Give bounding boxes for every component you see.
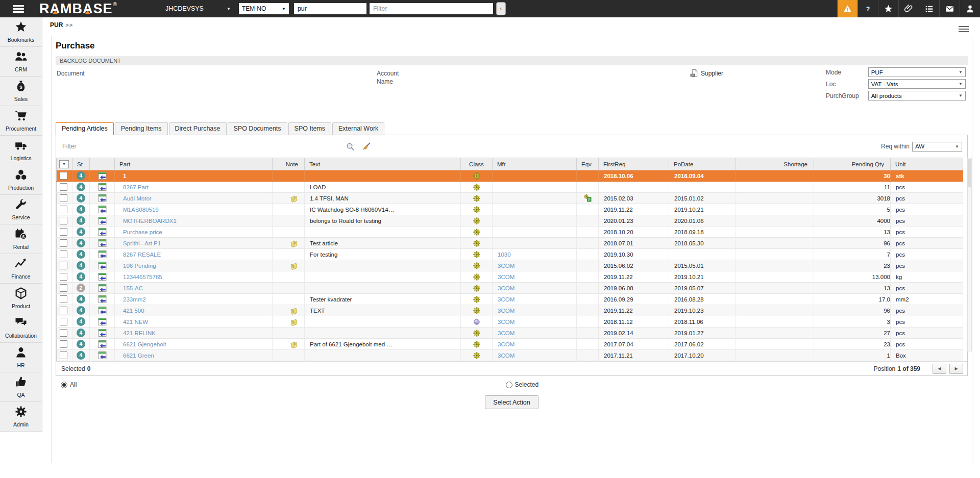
menu-icon[interactable] <box>13 4 24 14</box>
table-row[interactable]: 4Audi Motor1.4 TFSI, MAN2015.02.032015.0… <box>57 193 963 204</box>
table-row[interactable]: 4Sprithi - Art P1Test article2018.07.012… <box>57 238 963 249</box>
note-icon[interactable] <box>273 318 304 326</box>
part-link[interactable]: M1AS080519 <box>115 207 159 213</box>
search-icon[interactable] <box>346 142 355 151</box>
part-document-icon[interactable] <box>90 205 114 214</box>
sidebar-item-production[interactable]: Production <box>0 165 42 195</box>
class-gear-icon[interactable] <box>461 172 492 180</box>
class-gear-icon[interactable] <box>461 240 492 247</box>
class-gear-icon[interactable] <box>461 330 492 337</box>
col-st[interactable]: St <box>72 161 83 167</box>
part-document-icon[interactable] <box>90 329 114 337</box>
row-checkbox[interactable] <box>60 194 67 202</box>
part-document-icon[interactable] <box>90 306 114 315</box>
part-document-icon[interactable] <box>90 239 114 247</box>
sidebar-item-crm[interactable]: CRM <box>0 47 42 77</box>
table-row[interactable]: 4MOTHERBOARDX1belongs to Roald for testi… <box>57 215 963 227</box>
table-row[interactable]: 4421 NEW3COM2018.11.122018.11.063pcs <box>57 316 963 328</box>
system-select[interactable]: JHCDEVSYS ▼ <box>165 5 231 12</box>
radio-all[interactable]: All <box>61 381 77 388</box>
class-gear-icon[interactable] <box>461 184 492 191</box>
scrollbar-thumb[interactable] <box>968 159 971 187</box>
part-link[interactable]: 8267 Part <box>115 184 149 190</box>
col-eqv[interactable]: Eqv <box>577 161 592 167</box>
part-document-icon[interactable] <box>90 295 114 304</box>
part-document-icon[interactable] <box>90 216 114 225</box>
col-pending-qty[interactable]: Pending Qty <box>852 161 890 167</box>
class-gear-icon[interactable] <box>461 285 492 292</box>
note-icon[interactable] <box>273 340 304 348</box>
class-gear-icon[interactable] <box>461 229 492 236</box>
tab-direct-purchase[interactable]: Direct Purchase <box>169 122 227 135</box>
star-button[interactable] <box>878 0 898 17</box>
col-unit[interactable]: Unit <box>891 161 905 167</box>
collapse-button[interactable]: ‹ <box>496 2 506 15</box>
table-row[interactable]: 4Purchase price2018.10.202018.09.1813pcs <box>57 227 963 238</box>
part-link[interactable]: 6621 Green <box>115 353 154 359</box>
prev-page-button[interactable]: ◀ <box>933 364 946 374</box>
tab-pending-articles[interactable]: Pending Articles <box>56 122 114 135</box>
table-row[interactable]: 4421 RELINK3COM2019.02.142019.01.2727pcs <box>57 328 963 339</box>
note-icon[interactable] <box>273 239 304 247</box>
class-globe-icon[interactable] <box>461 318 492 325</box>
col-podate[interactable]: PoDate <box>669 161 693 167</box>
class-gear-icon[interactable] <box>461 251 492 258</box>
table-row[interactable]: 48267 RESALEFor testing10302019.10.307pc… <box>57 249 963 260</box>
part-document-icon[interactable] <box>90 171 114 180</box>
program-input[interactable] <box>294 3 366 14</box>
note-icon[interactable] <box>273 194 304 203</box>
part-document-icon[interactable] <box>90 183 114 191</box>
tab-spo-items[interactable]: SPO Items <box>288 122 331 135</box>
row-checkbox[interactable] <box>60 206 67 213</box>
row-checkbox[interactable] <box>60 183 67 191</box>
part-link[interactable]: 233mm2 <box>115 296 146 303</box>
mfr-link[interactable]: 3COM <box>493 308 514 314</box>
grid-filter-input[interactable] <box>61 142 339 150</box>
row-checkbox[interactable] <box>60 295 67 303</box>
row-checkbox[interactable] <box>60 318 67 325</box>
class-gear-icon[interactable] <box>461 262 492 269</box>
class-gear-icon[interactable] <box>461 195 492 202</box>
part-link[interactable]: Audi Motor <box>115 195 152 202</box>
part-document-icon[interactable] <box>90 284 114 292</box>
row-checkbox[interactable] <box>60 228 67 236</box>
table-row[interactable]: 2155-AC3COM2019.06.082019.05.0713pcs <box>57 283 963 294</box>
list-button[interactable] <box>919 0 939 17</box>
breadcrumb[interactable]: PUR>> <box>50 21 73 29</box>
note-icon[interactable] <box>273 262 304 270</box>
class-gear-icon[interactable] <box>461 307 492 314</box>
select-all-dropdown[interactable]: ▾ <box>59 160 69 168</box>
mfr-link[interactable]: 3COM <box>493 330 514 336</box>
row-checkbox[interactable] <box>60 262 67 269</box>
part-link[interactable]: Purchase price <box>115 229 162 235</box>
tab-spo-documents[interactable]: SPO Documents <box>228 122 287 135</box>
part-link[interactable]: 421 RELINK <box>115 330 156 336</box>
row-checkbox[interactable] <box>60 273 67 281</box>
part-link[interactable]: 421 NEW <box>115 319 148 325</box>
sidebar-item-hr[interactable]: HR <box>0 343 42 372</box>
table-row[interactable]: 4233mm2Tester kvadrater3COM2016.09.29201… <box>57 294 963 305</box>
mfr-link[interactable]: 3COM <box>493 341 514 347</box>
table-row[interactable]: 41234465757653COM2019.11.222019.10.2113.… <box>57 271 963 283</box>
col-firstreq[interactable]: FirstReq <box>599 161 625 167</box>
radio-selected[interactable]: Selected <box>506 381 539 388</box>
eqv-icon[interactable] <box>577 194 598 202</box>
sidebar-item-collaboration[interactable]: Collaboration <box>0 313 42 343</box>
table-row[interactable]: 412018.10.062018.09.0430stk <box>57 170 963 182</box>
class-gear-icon[interactable] <box>461 206 492 213</box>
row-checkbox[interactable] <box>60 329 67 337</box>
table-scrollbar[interactable] <box>967 158 972 351</box>
col-class[interactable]: Class <box>469 161 484 167</box>
table-row[interactable]: 46621 GjengeboltPart of 6621 Gjengebolt … <box>57 339 963 350</box>
col-mfr[interactable]: Mfr <box>493 161 506 167</box>
clear-filter-broom-icon[interactable] <box>362 142 371 151</box>
part-link[interactable]: 106 Pending <box>115 263 156 269</box>
mfr-link[interactable]: 3COM <box>493 263 514 269</box>
part-link[interactable]: 8267 RESALE <box>115 251 161 258</box>
topbar-filter-input[interactable] <box>370 3 493 14</box>
col-note[interactable]: Note <box>286 161 304 167</box>
col-text[interactable]: Text <box>305 161 320 167</box>
part-link[interactable]: 123446575765 <box>115 274 162 280</box>
alert-button[interactable] <box>837 0 857 17</box>
mode-select[interactable]: PUF▼ <box>868 67 966 77</box>
